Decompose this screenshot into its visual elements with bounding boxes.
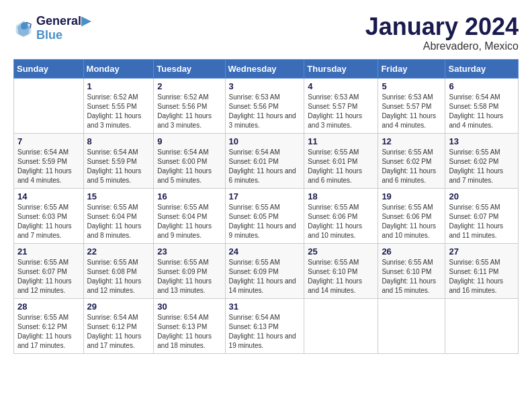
day-number: 2 [157, 81, 221, 91]
calendar-cell: 10Sunrise: 6:54 AMSunset: 6:01 PMDayligh… [225, 133, 304, 188]
calendar-cell: 19Sunrise: 6:55 AMSunset: 6:06 PMDayligh… [378, 188, 445, 243]
day-info: Sunrise: 6:53 AMSunset: 5:56 PMDaylight:… [229, 93, 301, 130]
logo: General▶ Blue [13, 13, 91, 42]
day-info: Sunrise: 6:52 AMSunset: 5:55 PMDaylight:… [87, 93, 150, 130]
day-info: Sunrise: 6:55 AMSunset: 6:04 PMDaylight:… [157, 203, 221, 240]
header-row: SundayMondayTuesdayWednesdayThursdayFrid… [14, 59, 519, 78]
day-info: Sunrise: 6:54 AMSunset: 5:59 PMDaylight:… [17, 148, 80, 185]
day-info: Sunrise: 6:55 AMSunset: 6:09 PMDaylight:… [157, 258, 221, 295]
day-info: Sunrise: 6:55 AMSunset: 6:03 PMDaylight:… [17, 203, 80, 240]
calendar-cell: 13Sunrise: 6:55 AMSunset: 6:02 PMDayligh… [445, 133, 519, 188]
day-info: Sunrise: 6:55 AMSunset: 6:12 PMDaylight:… [17, 313, 80, 351]
calendar-week-row: 14Sunrise: 6:55 AMSunset: 6:03 PMDayligh… [14, 188, 519, 243]
day-info: Sunrise: 6:55 AMSunset: 6:06 PMDaylight:… [308, 203, 374, 240]
calendar-cell: 9Sunrise: 6:54 AMSunset: 6:00 PMDaylight… [154, 133, 225, 188]
logo-icon [13, 18, 34, 38]
calendar-cell [304, 298, 378, 353]
day-number: 7 [17, 136, 80, 146]
calendar-cell: 7Sunrise: 6:54 AMSunset: 5:59 PMDaylight… [14, 133, 84, 188]
location-subtitle: Abrevadero, Mexico [365, 40, 519, 52]
day-number: 12 [382, 136, 441, 146]
day-number: 19 [382, 191, 441, 201]
calendar-cell: 20Sunrise: 6:55 AMSunset: 6:07 PMDayligh… [445, 188, 519, 243]
day-info: Sunrise: 6:54 AMSunset: 6:13 PMDaylight:… [229, 313, 301, 351]
weekday-header: Saturday [445, 59, 519, 78]
day-number: 1 [87, 81, 150, 91]
day-number: 14 [17, 191, 80, 201]
day-number: 15 [87, 191, 150, 201]
calendar-cell: 16Sunrise: 6:55 AMSunset: 6:04 PMDayligh… [154, 188, 225, 243]
calendar-week-row: 21Sunrise: 6:55 AMSunset: 6:07 PMDayligh… [14, 243, 519, 298]
calendar-cell: 17Sunrise: 6:55 AMSunset: 6:05 PMDayligh… [225, 188, 304, 243]
day-info: Sunrise: 6:55 AMSunset: 6:08 PMDaylight:… [87, 258, 150, 295]
day-info: Sunrise: 6:55 AMSunset: 6:09 PMDaylight:… [229, 258, 301, 295]
day-info: Sunrise: 6:53 AMSunset: 5:57 PMDaylight:… [382, 93, 441, 130]
day-info: Sunrise: 6:55 AMSunset: 6:02 PMDaylight:… [382, 148, 441, 185]
day-number: 11 [308, 136, 374, 146]
day-number: 20 [449, 191, 515, 201]
day-number: 21 [17, 246, 80, 257]
day-info: Sunrise: 6:54 AMSunset: 5:59 PMDaylight:… [87, 148, 150, 185]
calendar-table: SundayMondayTuesdayWednesdayThursdayFrid… [13, 59, 519, 354]
day-number: 4 [308, 81, 374, 91]
calendar-cell: 23Sunrise: 6:55 AMSunset: 6:09 PMDayligh… [154, 243, 225, 298]
calendar-cell: 21Sunrise: 6:55 AMSunset: 6:07 PMDayligh… [14, 243, 84, 298]
calendar-cell: 27Sunrise: 6:55 AMSunset: 6:11 PMDayligh… [445, 243, 519, 298]
calendar-cell: 15Sunrise: 6:55 AMSunset: 6:04 PMDayligh… [83, 188, 154, 243]
calendar-cell: 11Sunrise: 6:55 AMSunset: 6:01 PMDayligh… [304, 133, 378, 188]
day-number: 8 [87, 136, 150, 146]
calendar-cell: 2Sunrise: 6:52 AMSunset: 5:56 PMDaylight… [154, 78, 225, 133]
calendar-week-row: 1Sunrise: 6:52 AMSunset: 5:55 PMDaylight… [14, 78, 519, 133]
day-number: 30 [157, 302, 221, 312]
day-number: 5 [382, 81, 441, 91]
calendar-cell: 30Sunrise: 6:54 AMSunset: 6:13 PMDayligh… [154, 298, 225, 353]
calendar-cell: 8Sunrise: 6:54 AMSunset: 5:59 PMDaylight… [83, 133, 154, 188]
calendar-cell [378, 298, 445, 353]
day-info: Sunrise: 6:54 AMSunset: 6:01 PMDaylight:… [229, 148, 301, 185]
page-header: General▶ Blue January 2024 Abrevadero, M… [13, 13, 519, 52]
weekday-header: Tuesday [154, 59, 225, 78]
day-info: Sunrise: 6:55 AMSunset: 6:07 PMDaylight:… [449, 203, 515, 240]
calendar-cell: 29Sunrise: 6:54 AMSunset: 6:12 PMDayligh… [83, 298, 154, 353]
day-info: Sunrise: 6:54 AMSunset: 6:13 PMDaylight:… [157, 313, 221, 351]
calendar-cell: 25Sunrise: 6:55 AMSunset: 6:10 PMDayligh… [304, 243, 378, 298]
calendar-cell: 26Sunrise: 6:55 AMSunset: 6:10 PMDayligh… [378, 243, 445, 298]
day-info: Sunrise: 6:54 AMSunset: 6:00 PMDaylight:… [157, 148, 221, 185]
day-number: 26 [382, 246, 441, 257]
day-info: Sunrise: 6:54 AMSunset: 6:12 PMDaylight:… [87, 313, 150, 351]
day-number: 6 [449, 81, 515, 91]
day-number: 23 [157, 246, 221, 257]
day-number: 18 [308, 191, 374, 201]
day-number: 27 [449, 246, 515, 257]
calendar-cell: 4Sunrise: 6:53 AMSunset: 5:57 PMDaylight… [304, 78, 378, 133]
day-number: 17 [229, 191, 301, 201]
calendar-cell: 6Sunrise: 6:54 AMSunset: 5:58 PMDaylight… [445, 78, 519, 133]
day-info: Sunrise: 6:55 AMSunset: 6:04 PMDaylight:… [87, 203, 150, 240]
calendar-cell: 1Sunrise: 6:52 AMSunset: 5:55 PMDaylight… [83, 78, 154, 133]
day-number: 25 [308, 246, 374, 257]
day-number: 29 [87, 302, 150, 312]
day-number: 24 [229, 246, 301, 257]
calendar-cell: 22Sunrise: 6:55 AMSunset: 6:08 PMDayligh… [83, 243, 154, 298]
title-block: January 2024 Abrevadero, Mexico [365, 13, 519, 52]
calendar-cell: 18Sunrise: 6:55 AMSunset: 6:06 PMDayligh… [304, 188, 378, 243]
day-number: 9 [157, 136, 221, 146]
day-info: Sunrise: 6:55 AMSunset: 6:01 PMDaylight:… [308, 148, 374, 185]
day-info: Sunrise: 6:52 AMSunset: 5:56 PMDaylight:… [157, 93, 221, 130]
day-info: Sunrise: 6:55 AMSunset: 6:10 PMDaylight:… [308, 258, 374, 295]
calendar-cell [445, 298, 519, 353]
day-info: Sunrise: 6:55 AMSunset: 6:10 PMDaylight:… [382, 258, 441, 295]
month-title: January 2024 [365, 13, 519, 40]
calendar-cell [14, 78, 84, 133]
weekday-header: Wednesday [225, 59, 304, 78]
calendar-week-row: 7Sunrise: 6:54 AMSunset: 5:59 PMDaylight… [14, 133, 519, 188]
calendar-cell: 14Sunrise: 6:55 AMSunset: 6:03 PMDayligh… [14, 188, 84, 243]
day-number: 16 [157, 191, 221, 201]
day-number: 28 [17, 302, 80, 312]
day-number: 10 [229, 136, 301, 146]
day-number: 22 [87, 246, 150, 257]
calendar-cell: 28Sunrise: 6:55 AMSunset: 6:12 PMDayligh… [14, 298, 84, 353]
weekday-header: Friday [378, 59, 445, 78]
day-info: Sunrise: 6:53 AMSunset: 5:57 PMDaylight:… [308, 93, 374, 130]
day-number: 13 [449, 136, 515, 146]
